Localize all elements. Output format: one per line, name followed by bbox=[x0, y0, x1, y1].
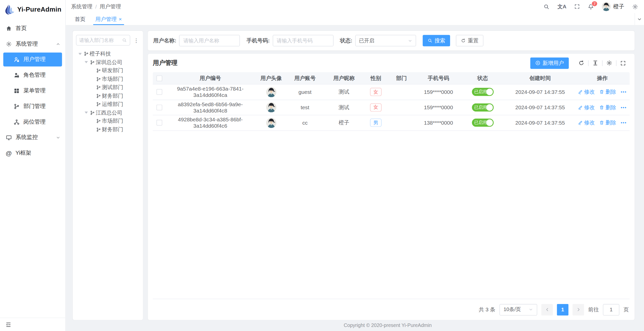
more-actions-icon[interactable]: ••• bbox=[621, 90, 627, 95]
edit-button[interactable]: 修改 bbox=[578, 119, 595, 126]
avatar bbox=[266, 87, 276, 97]
breadcrumb: 系统管理 / 用户管理 bbox=[71, 3, 121, 10]
user-nickname: 测试 bbox=[323, 88, 366, 96]
tab-home[interactable]: 首页 bbox=[70, 13, 90, 25]
tree-node[interactable]: 深圳总公司 bbox=[76, 58, 140, 66]
next-page-button[interactable] bbox=[573, 304, 584, 315]
at-icon: @ bbox=[6, 150, 12, 156]
column-settings-icon[interactable] bbox=[603, 60, 616, 66]
created-time: 2024-09-07 14:37:55 bbox=[505, 104, 575, 110]
chevron-right-icon bbox=[576, 307, 581, 312]
pagination: 共 3 条 10条/页 1 前往 页 bbox=[153, 299, 630, 320]
prev-page-button[interactable] bbox=[541, 304, 553, 315]
row-checkbox[interactable] bbox=[157, 120, 162, 126]
refresh-table-icon[interactable] bbox=[575, 60, 588, 66]
status-select[interactable]: 已开启 bbox=[355, 35, 416, 46]
notification-bell-icon[interactable]: 7 bbox=[588, 4, 594, 10]
tree-node[interactable]: 测试部门 bbox=[76, 83, 140, 92]
add-user-button[interactable]: 新增用户 bbox=[530, 57, 569, 69]
user-nickname: 橙子 bbox=[323, 119, 366, 126]
sidebar-item-yi-framework[interactable]: @ Yi框架 bbox=[0, 145, 65, 161]
select-all-checkbox[interactable] bbox=[157, 75, 162, 81]
sidebar-item-post-management[interactable]: 岗位管理 bbox=[0, 114, 65, 130]
tree-node[interactable]: 市场部门 bbox=[76, 75, 140, 83]
close-icon[interactable]: × bbox=[119, 16, 122, 22]
edit-button[interactable]: 修改 bbox=[578, 88, 595, 96]
caret-down-icon[interactable] bbox=[79, 53, 82, 55]
search-icon bbox=[428, 38, 433, 43]
avatar bbox=[266, 102, 276, 113]
sidebar-item-dept-management[interactable]: 部门管理 bbox=[0, 98, 65, 114]
tab-user-management[interactable]: 用户管理 × bbox=[90, 13, 127, 25]
page-unit-label: 页 bbox=[624, 306, 629, 313]
user-account: test bbox=[287, 104, 322, 110]
top-header: 系统管理 / 用户管理 文A 7 橙子 bbox=[66, 0, 644, 13]
tab-bar: 首页 用户管理 × bbox=[66, 13, 644, 25]
tree-node[interactable]: 财务部门 bbox=[76, 125, 140, 134]
tree-node[interactable]: 橙子科技 bbox=[76, 50, 140, 58]
more-actions-icon[interactable]: ••• bbox=[621, 105, 627, 110]
goto-page-input[interactable] bbox=[603, 304, 619, 315]
main-column: 用户名称: 手机号码: 状态: 已开启 bbox=[148, 31, 634, 320]
trash-icon bbox=[599, 90, 604, 95]
sidebar-item-system-monitor[interactable]: 系统监控 bbox=[0, 130, 65, 145]
dept-icon bbox=[96, 68, 101, 73]
collapse-sidebar-icon[interactable] bbox=[5, 321, 11, 327]
user-menu[interactable]: 橙子 bbox=[602, 2, 624, 11]
table-row: 4928be8d-3c34-a385-86bf-3a14dd60f4c6 cc … bbox=[153, 115, 630, 131]
created-time: 2024-09-07 14:37:55 bbox=[505, 89, 575, 95]
gender-tag: 女 bbox=[370, 103, 382, 112]
search-button[interactable]: 搜索 bbox=[423, 35, 450, 46]
tree-node[interactable]: 市场部门 bbox=[76, 117, 140, 125]
chevron-down-icon bbox=[637, 17, 642, 22]
content-area: ⋮ 橙子科技 深圳总公司 研发部门 市场部门 测试部门 财务部门 运维部门 江西… bbox=[66, 25, 644, 331]
header-actions: 文A 7 橙子 bbox=[543, 2, 638, 11]
caret-down-icon[interactable] bbox=[85, 112, 88, 114]
tree-node[interactable]: 江西总公司 bbox=[76, 108, 140, 117]
breadcrumb-item[interactable]: 系统管理 bbox=[71, 3, 92, 10]
sidebar-item-menu-management[interactable]: 菜单管理 bbox=[0, 83, 65, 99]
current-page-button[interactable]: 1 bbox=[557, 304, 568, 315]
tree-node[interactable]: 财务部门 bbox=[76, 92, 140, 100]
caret-down-icon[interactable] bbox=[85, 61, 88, 63]
row-density-icon[interactable] bbox=[588, 60, 602, 66]
sidebar-item-system-management[interactable]: 系统管理 bbox=[0, 36, 65, 52]
table-row: 9a57a4e8-e196-663a-7841-3a14dd60f4ca gue… bbox=[153, 85, 630, 100]
dept-search-input[interactable] bbox=[79, 37, 120, 43]
table-fullscreen-icon[interactable] bbox=[616, 60, 630, 66]
delete-button[interactable]: 删除 bbox=[599, 104, 616, 111]
sidebar-menu: 首页 系统管理 用户管理 bbox=[0, 19, 65, 318]
delete-button[interactable]: 删除 bbox=[599, 88, 616, 96]
tree-node[interactable]: 运维部门 bbox=[76, 100, 140, 108]
status-toggle[interactable]: 已启用 bbox=[472, 103, 493, 112]
dept-icon bbox=[96, 102, 101, 107]
delete-button[interactable]: 删除 bbox=[599, 119, 616, 126]
status-toggle[interactable]: 已启用 bbox=[472, 119, 493, 127]
sidebar-item-home[interactable]: 首页 bbox=[0, 20, 65, 36]
reset-button[interactable]: 重置 bbox=[456, 35, 483, 46]
username-input[interactable] bbox=[179, 35, 240, 46]
edit-button[interactable]: 修改 bbox=[578, 104, 595, 111]
phone-input[interactable] bbox=[273, 35, 333, 46]
user-id: a8392efa-5ed8-6b56-9a9e-3a14dd60f4c8 bbox=[166, 101, 255, 114]
row-checkbox[interactable] bbox=[157, 104, 162, 110]
translate-icon[interactable]: 文A bbox=[558, 3, 566, 10]
pencil-icon bbox=[578, 120, 583, 125]
dept-icon bbox=[90, 60, 95, 65]
row-checkbox[interactable] bbox=[157, 89, 162, 95]
fullscreen-icon[interactable] bbox=[574, 4, 580, 10]
status-toggle[interactable]: 已启用 bbox=[472, 88, 493, 96]
page-size-select[interactable]: 10条/页 bbox=[500, 304, 537, 315]
sidebar-item-role-management[interactable]: 角色管理 bbox=[0, 67, 65, 83]
username-label: 用户名称: bbox=[153, 37, 177, 44]
more-actions-icon[interactable]: ••• bbox=[621, 120, 627, 125]
tree-node[interactable]: 研发部门 bbox=[76, 66, 140, 75]
menu-grid-icon bbox=[14, 88, 20, 94]
chevron-up-icon bbox=[56, 42, 60, 46]
app-logo[interactable]: Yi-PureAdmin bbox=[0, 0, 65, 19]
search-icon[interactable] bbox=[543, 4, 550, 10]
more-vertical-icon[interactable]: ⋮ bbox=[133, 37, 140, 44]
settings-gear-icon[interactable] bbox=[632, 4, 638, 10]
tab-menu-dropdown[interactable] bbox=[635, 13, 644, 25]
sidebar-item-user-management[interactable]: 用户管理 bbox=[3, 52, 62, 66]
